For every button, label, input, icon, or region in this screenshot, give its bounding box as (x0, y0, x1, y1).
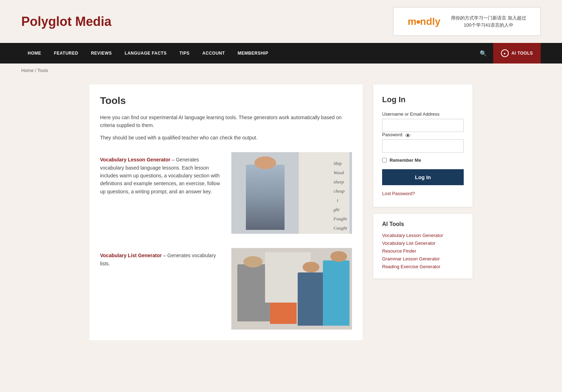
breadcrumb: Home / Tools (0, 64, 562, 77)
username-input[interactable] (382, 119, 464, 132)
sidebar: Log In Username or Email Address Passwor… (373, 84, 473, 340)
login-button[interactable]: Log In (382, 169, 464, 185)
sidebar-tool-grammar-lesson[interactable]: Grammar Lesson Generator (382, 256, 440, 261)
nav-featured[interactable]: FEATURED (48, 44, 84, 62)
nav-reviews[interactable]: REVIEWS (84, 44, 118, 62)
page-title: Tools (100, 95, 352, 106)
tool-link-vocab-lesson[interactable]: Vocabulary Lesson Generator (100, 157, 170, 162)
nav-account[interactable]: ACCOUNT (196, 44, 231, 62)
username-label: Username or Email Address (382, 111, 464, 117)
ai-tools-list: Vocabulary Lesson Generator Vocabulary L… (382, 232, 464, 269)
ad-text: 用你的方式学习一门新语言 加入超过 100个学习41语言的人中 (451, 15, 526, 28)
list-item: Vocabulary List Generator (382, 240, 464, 246)
password-label: Password (382, 132, 402, 137)
ai-tools-sidebar-box: AI Tools Vocabulary Lesson Generator Voc… (373, 214, 473, 278)
nav-language-facts[interactable]: LANGUAGE FACTS (118, 44, 173, 62)
sidebar-tool-vocab-lesson[interactable]: Vocabulary Lesson Generator (382, 233, 443, 238)
main-nav: HOME FEATURED REVIEWS LANGUAGE FACTS TIP… (0, 43, 562, 64)
tool-item-vocab-list: Vocabulary List Generator – Generates vo… (100, 248, 352, 330)
tool-text-1: Vocabulary Lesson Generator – Generates … (100, 152, 224, 195)
header-ad: mndly 用你的方式学习一门新语言 加入超过 100个学习41语言的人中 (393, 7, 541, 36)
tool-text-2: Vocabulary List Generator – Generates vo… (100, 248, 224, 267)
board-text: Ship Wood sheep cheap t ght Fought Caugh… (334, 159, 347, 234)
login-title: Log In (382, 95, 464, 104)
nav-links: HOME FEATURED REVIEWS LANGUAGE FACTS TIP… (21, 44, 275, 62)
person5-body (323, 260, 349, 326)
mondly-logo: mndly (408, 16, 440, 27)
nav-tips[interactable]: TIPS (173, 44, 196, 62)
intro-text-2: They should be used with a qualified tea… (100, 134, 352, 142)
sidebar-tool-reading-exercise[interactable]: Reading Exercise Generator (382, 264, 440, 269)
remember-label: Remember Me (390, 158, 421, 163)
tool-link-vocab-list[interactable]: Vocabulary List Generator (100, 253, 162, 258)
site-header: Polyglot Media mndly 用你的方式学习一门新语言 加入超过 1… (0, 0, 562, 43)
login-box: Log In Username or Email Address Passwor… (373, 84, 473, 207)
nav-right: 🔍 ● AI TOOLS (473, 43, 541, 64)
password-input[interactable] (382, 139, 464, 153)
password-row: Password 👁 (382, 132, 464, 139)
intro-text-1: Here you can find our experimental AI la… (100, 114, 352, 129)
person-body (246, 165, 285, 230)
sidebar-tool-vocab-list[interactable]: Vocabulary List Generator (382, 241, 435, 246)
ai-tools-sidebar-title: AI Tools (382, 221, 464, 227)
list-item: Resource Finder (382, 248, 464, 254)
main-content: Tools Here you can find our experimental… (68, 77, 494, 354)
nav-membership[interactable]: MEMBERSHIP (231, 44, 275, 62)
list-item: Vocabulary Lesson Generator (382, 232, 464, 238)
sidebar-tool-resource-finder[interactable]: Resource Finder (382, 248, 416, 254)
person4-head (303, 262, 320, 272)
ai-icon: ● (501, 49, 509, 57)
breadcrumb-home[interactable]: Home (21, 68, 34, 73)
search-icon[interactable]: 🔍 (473, 44, 493, 63)
ai-tools-button[interactable]: ● AI TOOLS (493, 43, 541, 64)
person4-body (298, 272, 324, 326)
site-title[interactable]: Polyglot Media (21, 14, 111, 29)
tool-item-vocab-lesson: Vocabulary Lesson Generator – Generates … (100, 152, 352, 234)
list-item: Reading Exercise Generator (382, 264, 464, 269)
nav-home[interactable]: HOME (21, 44, 48, 62)
lost-password-link[interactable]: Lost Password? (382, 191, 464, 196)
remember-row: Remember Me (382, 158, 464, 163)
tool-image-2 (231, 248, 352, 330)
person-head (254, 156, 276, 170)
breadcrumb-current: Tools (37, 68, 48, 73)
list-item: Grammar Lesson Generator (382, 256, 464, 261)
eye-icon[interactable]: 👁 (405, 133, 411, 139)
tool-image-1: Ship Wood sheep cheap t ght Fought Caugh… (231, 152, 352, 234)
content-area: Tools Here you can find our experimental… (89, 84, 363, 340)
remember-checkbox[interactable] (382, 158, 387, 162)
